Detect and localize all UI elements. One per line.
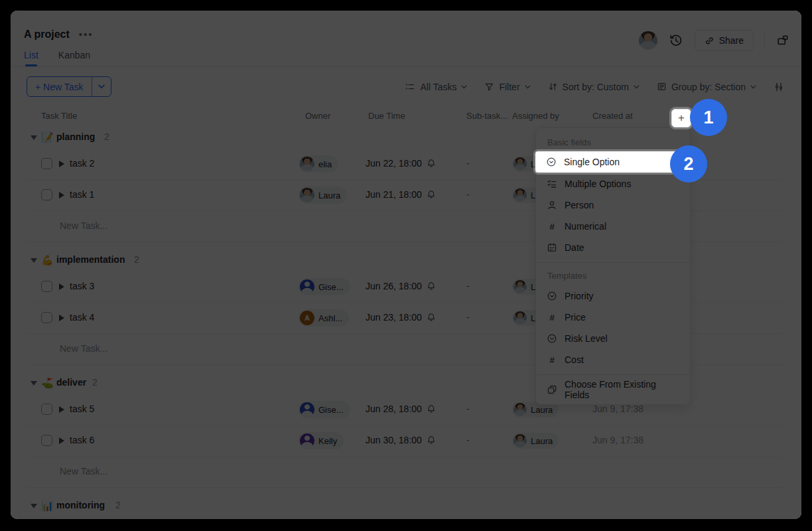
single-option-icon [546,157,557,167]
tutorial-step-badge-2: 2 [670,145,707,183]
tutorial-step-badge-1: 1 [690,99,727,136]
menu-item-single-option-highlighted[interactable]: Single Option [535,151,691,173]
task-app-window: A project ••• Share [11,11,801,519]
tutorial-dim-overlay [11,11,801,519]
add-column-button-highlighted[interactable]: + [671,109,691,127]
